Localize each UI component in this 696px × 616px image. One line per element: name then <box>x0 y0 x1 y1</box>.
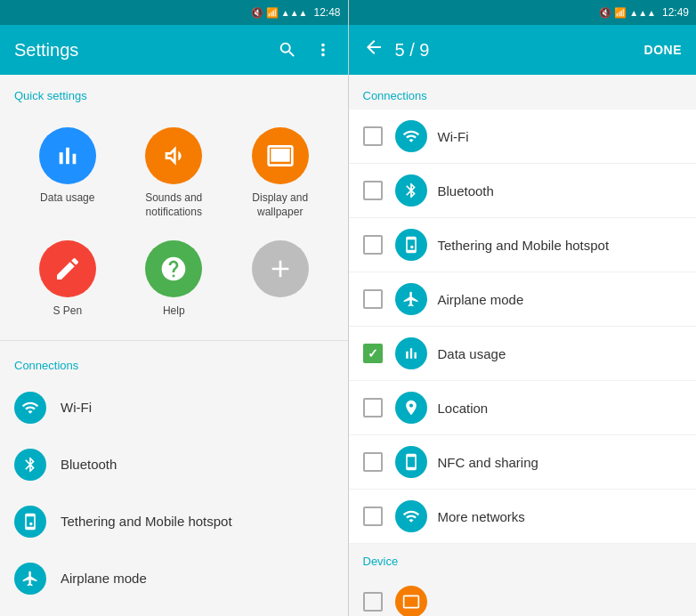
device-partial-icon <box>402 593 420 611</box>
checkbox-more-networks[interactable] <box>363 507 383 526</box>
connections-header-left: Connections <box>0 344 348 379</box>
right-content: Connections Wi-Fi Bluetooth Tethering an… <box>349 75 697 616</box>
done-button[interactable]: DONE <box>644 43 682 57</box>
status-bar-right: 🔇 📶 ▲▲▲ 12:49 <box>349 0 697 25</box>
qs-help-icon-bg <box>145 240 202 297</box>
data-usage-check-icon <box>402 344 420 362</box>
settings-title: Settings <box>14 40 277 61</box>
wifi-icon-circle <box>14 392 46 424</box>
wifi-check-icon <box>402 127 420 145</box>
status-time-left: 12:48 <box>313 6 340 19</box>
mute-icon-right: 🔇 <box>599 7 611 19</box>
checkbox-data-usage[interactable] <box>363 344 383 363</box>
checkbox-nfc[interactable] <box>363 452 383 472</box>
check-airplane-icon <box>395 283 427 315</box>
qs-help[interactable]: Help <box>120 230 226 329</box>
qs-data-usage-icon-bg <box>39 127 96 184</box>
bluetooth-label: Bluetooth <box>61 457 117 472</box>
check-item-location[interactable]: Location <box>349 381 697 435</box>
qs-add[interactable] <box>227 230 333 329</box>
checkbox-tethering[interactable] <box>363 235 383 255</box>
airplane-icon <box>21 570 39 588</box>
check-wifi-label: Wi-Fi <box>438 129 469 144</box>
bluetooth-check-icon <box>402 182 420 199</box>
nfc-check-icon <box>402 453 420 471</box>
search-button[interactable] <box>277 39 298 61</box>
check-more-networks-label: More networks <box>438 509 525 524</box>
checkbox-location[interactable] <box>363 398 383 417</box>
check-item-more-networks[interactable]: More networks <box>349 490 697 544</box>
signal-icon-right: ▲▲▲ <box>629 8 656 18</box>
wifi-label: Wi-Fi <box>61 400 92 415</box>
qs-display-icon-bg <box>252 127 309 184</box>
list-item-wifi[interactable]: Wi-Fi <box>0 379 348 436</box>
qs-spen-label: S Pen <box>53 304 82 319</box>
check-item-device-partial[interactable] <box>349 575 697 616</box>
status-icons-left: 🔇 📶 ▲▲▲ 12:48 <box>251 6 341 19</box>
wifi-icon <box>21 399 39 417</box>
app-bar-icons <box>277 39 334 61</box>
add-icon <box>266 255 295 283</box>
qs-spen[interactable]: S Pen <box>14 230 120 329</box>
bluetooth-icon-circle <box>14 449 46 481</box>
location-check-icon <box>402 399 420 417</box>
tethering-label: Tethering and Mobile hotspot <box>61 514 232 529</box>
qs-spen-icon-bg <box>39 240 96 297</box>
signal-icon: ▲▲▲ <box>281 8 308 18</box>
check-item-tethering[interactable]: Tethering and Mobile hotspot <box>349 218 697 272</box>
qs-display-label: Display and wallpaper <box>231 191 329 219</box>
check-bluetooth-icon <box>395 174 427 207</box>
check-airplane-label: Airplane mode <box>438 292 524 307</box>
more-options-button[interactable] <box>312 39 334 61</box>
list-item-airplane[interactable]: Airplane mode <box>0 550 348 607</box>
check-wifi-icon <box>395 120 427 152</box>
back-arrow-icon <box>363 36 384 58</box>
checkbox-airplane[interactable] <box>363 289 383 309</box>
checkbox-bluetooth[interactable] <box>363 181 383 200</box>
status-time-right: 12:49 <box>662 6 689 19</box>
device-header: Device <box>349 544 697 575</box>
check-item-bluetooth[interactable]: Bluetooth <box>349 164 697 218</box>
check-location-label: Location <box>438 401 489 416</box>
qs-display[interactable]: Display and wallpaper <box>227 117 333 230</box>
qs-sounds-label: Sounds and notifications <box>124 191 223 219</box>
tethering-icon-circle <box>14 506 46 538</box>
check-item-data-usage[interactable]: Data usage <box>349 327 697 381</box>
status-icons-right: 🔇 📶 ▲▲▲ 12:49 <box>599 6 689 19</box>
volume-icon <box>159 142 188 170</box>
more-networks-check-icon <box>402 507 420 525</box>
qs-data-usage[interactable]: Data usage <box>14 117 120 230</box>
mute-icon: 🔇 <box>251 7 263 19</box>
help-icon <box>159 255 188 283</box>
check-more-networks-icon <box>395 500 427 532</box>
checkbox-device-partial[interactable] <box>363 592 383 612</box>
check-data-usage-icon <box>395 337 427 369</box>
connections-header-right: Connections <box>349 75 697 109</box>
back-button[interactable] <box>363 36 384 63</box>
qs-sounds-icon-bg <box>145 127 202 184</box>
checkbox-wifi[interactable] <box>363 126 383 146</box>
check-item-nfc[interactable]: NFC and sharing <box>349 435 697 490</box>
check-item-airplane[interactable]: Airplane mode <box>349 272 697 327</box>
display-icon <box>266 142 295 170</box>
check-nfc-label: NFC and sharing <box>438 455 538 470</box>
check-bluetooth-label: Bluetooth <box>438 183 494 199</box>
check-tethering-label: Tethering and Mobile hotspot <box>438 238 610 253</box>
left-panel: 🔇 📶 ▲▲▲ 12:48 Settings Quick settings <box>0 0 348 616</box>
qs-sounds[interactable]: Sounds and notifications <box>120 117 226 230</box>
airplane-label: Airplane mode <box>61 571 147 586</box>
qs-data-usage-label: Data usage <box>40 191 94 206</box>
bar-chart-icon <box>53 142 82 170</box>
wifi-status-icon-right: 📶 <box>614 7 627 19</box>
airplane-check-icon <box>402 290 420 308</box>
tethering-icon <box>21 513 39 531</box>
pen-icon <box>53 255 82 283</box>
check-item-wifi[interactable]: Wi-Fi <box>349 109 697 164</box>
check-data-usage-label: Data usage <box>438 346 506 361</box>
check-nfc-icon <box>395 446 427 478</box>
status-bar-left: 🔇 📶 ▲▲▲ 12:48 <box>0 0 348 25</box>
app-bar-right: 5 / 9 DONE <box>349 25 697 75</box>
qs-add-icon-bg <box>252 240 309 297</box>
list-item-bluetooth[interactable]: Bluetooth <box>0 436 348 493</box>
list-item-tethering[interactable]: Tethering and Mobile hotspot <box>0 493 348 550</box>
